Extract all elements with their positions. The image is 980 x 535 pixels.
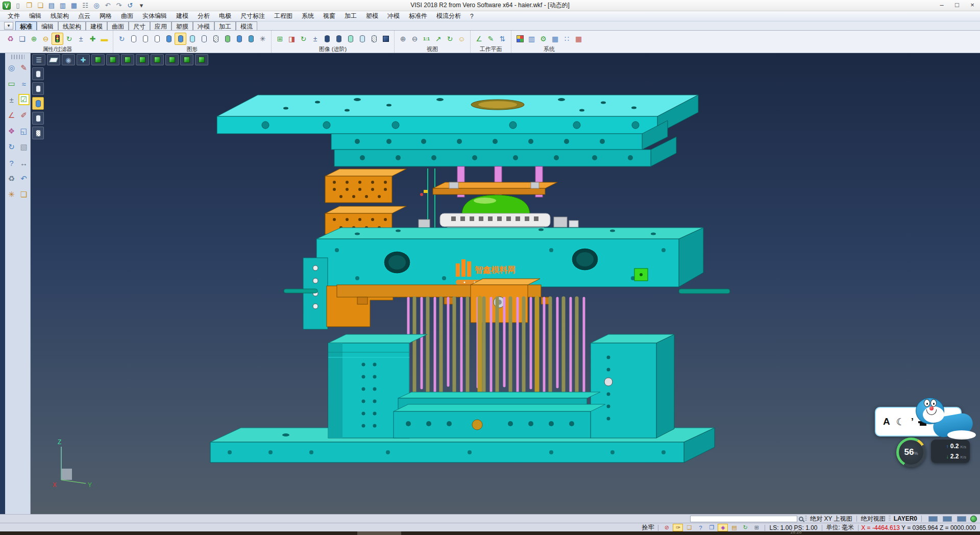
delete-entities[interactable]: ♻ xyxy=(6,173,17,184)
window-views[interactable]: ◱ xyxy=(18,126,30,137)
item-冲模[interactable]: 冲模 xyxy=(193,21,214,30)
item-实体编辑[interactable]: 实体编辑 xyxy=(138,11,172,21)
print-preview[interactable]: ◎ xyxy=(91,1,102,10)
view-cube-bottom[interactable] xyxy=(165,54,179,65)
item-模流分析[interactable]: 模流分析 xyxy=(432,11,465,21)
view-menu[interactable]: ☰ xyxy=(32,54,45,65)
snap-settings[interactable]: ∷ xyxy=(561,33,573,45)
adv-add-solids[interactable]: ⊞ xyxy=(274,33,286,45)
add-filter[interactable]: ✚ xyxy=(87,33,99,45)
save[interactable]: ▤ xyxy=(46,1,57,10)
display-shaded[interactable] xyxy=(32,97,44,110)
view-cube-right[interactable] xyxy=(151,54,164,65)
confirm-check[interactable]: ☑ xyxy=(18,94,30,105)
redo[interactable]: ↷ xyxy=(114,1,124,10)
view-refresh[interactable]: ↻ xyxy=(444,33,456,45)
performance-gauge[interactable]: 56 % xyxy=(896,437,926,467)
visi-logo[interactable]: V xyxy=(2,1,12,10)
spline-edit[interactable]: ≈ xyxy=(18,78,30,89)
adv-solid-cube[interactable] xyxy=(380,33,391,45)
solid-export[interactable] xyxy=(245,33,257,45)
maximize-button[interactable]: □ xyxy=(949,0,965,11)
toolbar-grip[interactable] xyxy=(11,55,24,59)
item-线架构[interactable]: 线架构 xyxy=(46,11,74,21)
export-folder[interactable]: ❏ xyxy=(18,189,30,200)
item-标准[interactable]: 标准 xyxy=(15,21,37,30)
top-clamp-plate[interactable] xyxy=(217,95,698,134)
measure-distance[interactable]: ↔ xyxy=(18,157,30,168)
view-plane[interactable] xyxy=(47,54,60,65)
solid-wireframe-3[interactable] xyxy=(151,33,163,45)
sketch-pencil[interactable]: ✐ xyxy=(18,110,30,121)
net-speed-panel[interactable]: ↑ 0.2 K/s ↓ 2.2 K/s xyxy=(931,440,970,463)
adv-solid-outline[interactable] xyxy=(333,33,345,45)
workplane-origin[interactable]: ∠ xyxy=(473,33,485,45)
solid-add[interactable] xyxy=(222,33,233,45)
color-palette[interactable] xyxy=(514,33,526,45)
connection-globe-icon[interactable] xyxy=(970,516,977,522)
show-remove[interactable]: ⊖ xyxy=(40,33,52,45)
locating-ring-assembly[interactable] xyxy=(419,182,578,233)
item-线架构[interactable]: 线架构 xyxy=(58,21,86,30)
view-cube-front[interactable] xyxy=(106,54,119,65)
item-塑膜[interactable]: 塑膜 xyxy=(172,21,193,30)
refresh-visibility[interactable]: ↻ xyxy=(63,33,75,45)
solid-shaded-edges[interactable] xyxy=(175,33,186,45)
item-点云[interactable]: 点云 xyxy=(74,11,95,21)
moon-icon[interactable]: ☾ xyxy=(896,416,905,428)
adv-solid-toggle[interactable]: ± xyxy=(309,33,321,45)
tab-dropdown-caret[interactable]: ▼ xyxy=(4,22,13,30)
3d-viewport[interactable]: 智鑫模料网 xyxy=(31,53,980,514)
item-电极[interactable]: 电极 xyxy=(214,11,236,21)
context-help[interactable]: ? xyxy=(695,524,705,531)
view-cube-shaded[interactable] xyxy=(195,54,208,65)
search-input[interactable] xyxy=(690,516,797,522)
context-help[interactable]: ? xyxy=(6,157,17,168)
display-shaded-edges[interactable] xyxy=(32,112,44,125)
lock-indicator[interactable]: 拴牢 xyxy=(640,523,655,532)
solid-transparent[interactable] xyxy=(186,33,198,45)
minimize-button[interactable]: – xyxy=(934,0,949,11)
view-cube-back[interactable] xyxy=(121,54,134,65)
filter-traffic-light[interactable] xyxy=(52,33,63,45)
view-cube-top[interactable] xyxy=(91,54,105,65)
rect-select[interactable]: ▭ xyxy=(6,78,17,89)
solid-hatched[interactable] xyxy=(210,33,222,45)
search-icon[interactable] xyxy=(799,517,803,521)
view-axis-pin[interactable]: ✚ xyxy=(77,54,90,65)
solid-wireframe-2[interactable] xyxy=(139,33,151,45)
delete-sketch[interactable]: ✎ xyxy=(18,62,30,74)
view-cube-left[interactable] xyxy=(136,54,149,65)
zoom-dynamic[interactable]: ↗ xyxy=(432,33,444,45)
navigation-compass[interactable]: ✳ xyxy=(6,189,17,200)
wcs-axes[interactable]: ∠ xyxy=(6,110,17,121)
render-smiley[interactable]: ☺ xyxy=(456,33,468,45)
item-曲面[interactable]: 曲面 xyxy=(107,21,129,30)
item-编辑[interactable]: 编辑 xyxy=(24,11,46,21)
solid-hidden-line[interactable] xyxy=(198,33,210,45)
item-视窗[interactable]: 视窗 xyxy=(318,11,340,21)
zoom-in[interactable]: ⊕ xyxy=(397,33,409,45)
item-塑模[interactable]: 塑模 xyxy=(361,11,383,21)
desktop-widget[interactable]: A☾’ 56 % ↑ xyxy=(875,402,972,467)
dynamic-render[interactable]: ◈ xyxy=(718,524,728,531)
item-标准件[interactable]: 标准件 xyxy=(404,11,432,21)
adv-solid-check[interactable] xyxy=(345,33,356,45)
table-settings[interactable]: ▦ xyxy=(549,33,561,45)
item-尺寸[interactable]: 尺寸 xyxy=(129,21,150,30)
adv-solid-mesh[interactable] xyxy=(368,33,380,45)
history[interactable]: ↺ xyxy=(125,1,135,10)
solid-tools[interactable]: ✳ xyxy=(257,33,268,45)
adv-solid-dark[interactable] xyxy=(321,33,333,45)
item-编辑[interactable]: 编辑 xyxy=(37,21,58,30)
regen-solid[interactable]: ↻ xyxy=(116,33,128,45)
char-a[interactable]: A xyxy=(883,416,890,427)
undo[interactable]: ↶ xyxy=(103,1,113,10)
item-建模[interactable]: 建模 xyxy=(172,11,193,21)
item-加工[interactable]: 加工 xyxy=(340,11,361,21)
display-list[interactable]: ▤ xyxy=(729,524,739,531)
tile-views[interactable]: ⊞ xyxy=(751,524,762,531)
display-mesh[interactable] xyxy=(32,127,44,139)
show-add[interactable]: ⊕ xyxy=(28,33,40,45)
new-file[interactable]: ▯ xyxy=(13,1,23,10)
